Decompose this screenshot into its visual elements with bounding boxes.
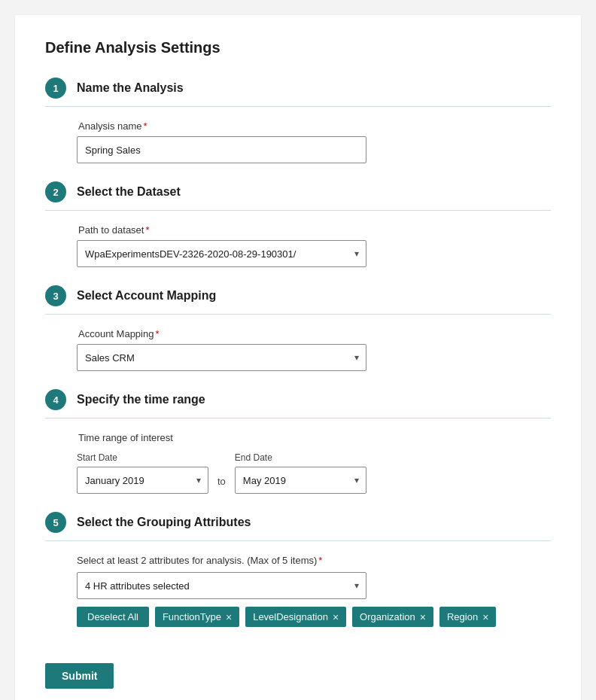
section-4-title: Specify the time range — [77, 393, 205, 406]
section-3-title: Select Account Mapping — [77, 289, 216, 303]
page-title: Define Analysis Settings — [45, 39, 551, 56]
dataset-label: Path to dataset* — [78, 224, 551, 236]
analysis-name-input[interactable] — [77, 136, 366, 163]
section-1-title: Name the Analysis — [77, 81, 184, 95]
section-3-header: 3 Select Account Mapping — [45, 285, 551, 315]
tag-organization: Organization × — [352, 607, 433, 627]
start-date-select[interactable]: January 2019 February 2019 March 2019 — [77, 467, 208, 494]
end-date-col: End Date May 2019 June 2019 July 2019 ▾ — [235, 452, 366, 494]
step-badge-2: 2 — [45, 181, 66, 202]
end-date-select[interactable]: May 2019 June 2019 July 2019 — [235, 467, 366, 494]
deselect-all-button[interactable]: Deselect All — [77, 607, 149, 627]
tag-organization-close-icon[interactable]: × — [420, 612, 426, 622]
section-name-analysis: 1 Name the Analysis Analysis name* — [45, 78, 551, 163]
section-5-body: Select at least 2 attributes for analysi… — [45, 555, 551, 627]
time-range-of-interest-label: Time range of interest — [78, 432, 551, 443]
section-1-body: Analysis name* — [45, 120, 551, 163]
tag-region-close-icon[interactable]: × — [482, 612, 488, 622]
dataset-select-wrapper: WpaExperimentsDEV-2326-2020-08-29-190301… — [77, 240, 366, 267]
section-2-body: Path to dataset* WpaExperimentsDEV-2326-… — [45, 224, 551, 267]
section-5-title: Select the Grouping Attributes — [77, 516, 251, 529]
attributes-note: Select at least 2 attributes for analysi… — [77, 555, 551, 566]
account-mapping-select[interactable]: Sales CRM — [77, 344, 366, 371]
end-date-label: End Date — [235, 452, 366, 463]
step-badge-3: 3 — [45, 285, 66, 306]
attributes-tags-row: Deselect All FunctionType × LevelDesigna… — [77, 607, 551, 627]
section-4-header: 4 Specify the time range — [45, 389, 551, 418]
account-mapping-field-group: Account Mapping* Sales CRM ▾ — [77, 328, 551, 371]
start-date-col: Start Date January 2019 February 2019 Ma… — [77, 452, 208, 494]
section-3-body: Account Mapping* Sales CRM ▾ — [45, 328, 551, 371]
submit-button[interactable]: Submit — [45, 663, 114, 689]
account-mapping-select-wrapper: Sales CRM ▾ — [77, 344, 366, 371]
attributes-select-wrapper: 4 HR attributes selected ▾ — [77, 572, 366, 599]
start-date-select-wrapper: January 2019 February 2019 March 2019 ▾ — [77, 467, 208, 494]
tag-leveldesignation: LevelDesignation × — [245, 607, 346, 627]
step-badge-5: 5 — [45, 512, 66, 533]
section-grouping-attributes: 5 Select the Grouping Attributes Select … — [45, 512, 551, 627]
step-badge-4: 4 — [45, 389, 66, 410]
section-5-header: 5 Select the Grouping Attributes — [45, 512, 551, 541]
section-1-header: 1 Name the Analysis — [45, 78, 551, 107]
end-date-select-wrapper: May 2019 June 2019 July 2019 ▾ — [235, 467, 366, 494]
tag-functiontype: FunctionType × — [155, 607, 239, 627]
tag-functiontype-close-icon[interactable]: × — [226, 612, 232, 622]
section-2-title: Select the Dataset — [77, 185, 181, 199]
section-select-dataset: 2 Select the Dataset Path to dataset* Wp… — [45, 181, 551, 267]
section-account-mapping: 3 Select Account Mapping Account Mapping… — [45, 285, 551, 371]
account-mapping-label: Account Mapping* — [78, 328, 551, 339]
section-4-body: Time range of interest Start Date Januar… — [45, 432, 551, 494]
time-range-row: Start Date January 2019 February 2019 Ma… — [77, 452, 551, 494]
section-time-range: 4 Specify the time range Time range of i… — [45, 389, 551, 494]
dataset-field-group: Path to dataset* WpaExperimentsDEV-2326-… — [77, 224, 551, 267]
tag-region: Region × — [439, 607, 496, 627]
dataset-select[interactable]: WpaExperimentsDEV-2326-2020-08-29-190301… — [77, 240, 366, 267]
tag-leveldesignation-close-icon[interactable]: × — [333, 612, 339, 622]
analysis-name-field-group: Analysis name* — [77, 120, 551, 163]
to-label: to — [217, 476, 226, 487]
step-badge-1: 1 — [45, 78, 66, 99]
main-card: Define Analysis Settings 1 Name the Anal… — [15, 15, 581, 700]
attributes-select[interactable]: 4 HR attributes selected — [77, 572, 366, 599]
section-2-header: 2 Select the Dataset — [45, 181, 551, 211]
start-date-label: Start Date — [77, 452, 208, 463]
analysis-name-label: Analysis name* — [78, 120, 551, 132]
